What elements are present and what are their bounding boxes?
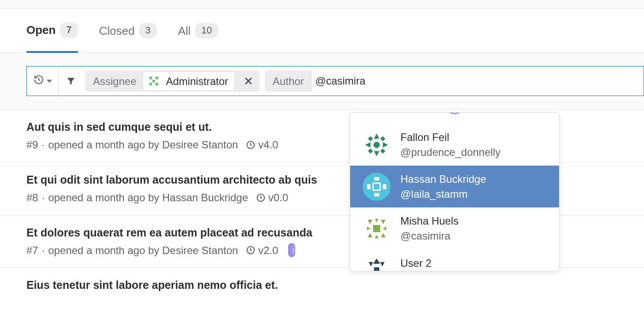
dropdown-item[interactable]: Hassan Buckridge @laila_stamm bbox=[350, 166, 559, 207]
issue-milestone: v4.0 bbox=[258, 137, 278, 152]
svg-rect-4 bbox=[149, 83, 152, 85]
avatar bbox=[363, 131, 391, 159]
tabs-row: Open 7 Closed 3 All 10 bbox=[0, 9, 644, 53]
author-suggestion-dropdown: Fallon Feil @prudence_donnelly Hassan Bu… bbox=[350, 112, 559, 271]
svg-rect-5 bbox=[155, 83, 158, 85]
dropdown-item[interactable]: Fallon Feil @prudence_donnelly bbox=[350, 124, 559, 166]
tab-closed-count: 3 bbox=[139, 23, 157, 38]
avatar bbox=[363, 256, 391, 271]
issue-id: #9 bbox=[26, 137, 38, 152]
filter-token-assignee-label: Assignee bbox=[93, 74, 137, 89]
issue-row[interactable]: Eius tenetur sint labore aperiam nemo of… bbox=[0, 268, 644, 305]
issue-opened-by: opened a month ago by Hassan Buckridge bbox=[48, 190, 248, 205]
avatar bbox=[363, 173, 391, 201]
filter-token-assignee-value: Administrator bbox=[166, 74, 228, 89]
dropdown-item-name: Misha Huels bbox=[400, 214, 459, 229]
top-bar bbox=[0, 0, 644, 9]
svg-rect-19 bbox=[367, 184, 370, 189]
svg-rect-17 bbox=[374, 177, 379, 181]
avatar bbox=[446, 113, 463, 118]
tab-open[interactable]: Open 7 bbox=[26, 22, 78, 53]
issue-title: Eius tenetur sint labore aperiam nemo of… bbox=[26, 277, 644, 293]
issue-opened-by: opened a month ago by Desiree Stanton bbox=[48, 243, 238, 258]
issue-opened-by: opened a month ago by Desiree Stanton bbox=[48, 137, 238, 152]
tab-open-label: Open bbox=[26, 22, 56, 38]
dropdown-item-username: @casimira bbox=[400, 229, 459, 244]
filter-token-assignee[interactable]: Assignee Administrator bbox=[85, 70, 259, 92]
filter-bar[interactable]: Assignee Administrator Author bbox=[26, 66, 644, 96]
dropdown-item[interactable]: Misha Huels @casimira bbox=[350, 207, 559, 249]
avatar bbox=[363, 214, 391, 243]
clock-icon bbox=[246, 245, 255, 255]
chevron-down-icon bbox=[47, 80, 52, 83]
dropdown-item-username: @laila_stamm bbox=[400, 187, 486, 202]
filter-token-author[interactable]: Author bbox=[265, 70, 312, 92]
svg-rect-18 bbox=[374, 193, 379, 196]
history-icon bbox=[33, 74, 44, 89]
filter-icon[interactable] bbox=[59, 66, 83, 96]
svg-point-16 bbox=[363, 173, 391, 201]
filter-token-author-label: Author bbox=[273, 74, 304, 89]
svg-rect-1 bbox=[149, 77, 152, 79]
dropdown-item-name: User 2 bbox=[400, 256, 432, 271]
issue-id: #7 bbox=[26, 243, 38, 258]
dropdown-item[interactable] bbox=[350, 113, 559, 124]
filter-token-assignee-value-wrap: Administrator bbox=[143, 71, 235, 91]
tab-closed-label: Closed bbox=[99, 23, 135, 39]
dropdown-item-username: @prudence_donnelly bbox=[400, 145, 500, 160]
tab-closed[interactable]: Closed 3 bbox=[99, 22, 157, 52]
filter-input[interactable] bbox=[314, 71, 644, 91]
assignee-avatar bbox=[146, 73, 162, 89]
issue-milestone: v2.0 bbox=[258, 243, 278, 258]
filter-token-assignee-remove[interactable] bbox=[240, 74, 257, 89]
svg-rect-23 bbox=[373, 225, 380, 232]
close-icon bbox=[244, 77, 252, 85]
recent-searches-button[interactable] bbox=[27, 66, 59, 96]
svg-rect-2 bbox=[155, 77, 158, 79]
svg-point-11 bbox=[374, 142, 380, 148]
filter-bar-container: Assignee Administrator Author bbox=[0, 53, 644, 110]
dropdown-item[interactable]: User 2 bbox=[350, 250, 559, 271]
clock-icon bbox=[256, 193, 266, 203]
issue-milestone: v0.0 bbox=[268, 190, 288, 205]
dropdown-item-name: Fallon Feil bbox=[400, 130, 500, 145]
issue-id: #8 bbox=[26, 190, 38, 205]
clock-icon bbox=[246, 140, 255, 150]
tab-all-count: 10 bbox=[195, 23, 218, 38]
tab-open-count: 7 bbox=[60, 22, 78, 38]
svg-rect-36 bbox=[374, 267, 379, 271]
tab-all[interactable]: All 10 bbox=[178, 22, 218, 52]
tab-all-label: All bbox=[178, 23, 191, 39]
svg-rect-20 bbox=[383, 184, 386, 189]
dropdown-item-name: Hassan Buckridge bbox=[400, 172, 486, 187]
issue-label[interactable]: i bbox=[288, 243, 295, 257]
svg-rect-3 bbox=[152, 80, 155, 82]
